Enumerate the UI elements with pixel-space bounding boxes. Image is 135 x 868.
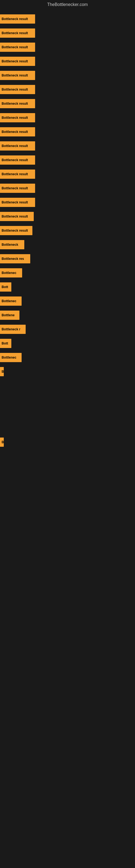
bar-label: Bottlenec xyxy=(2,299,16,303)
bar-row: Bottleneck xyxy=(0,238,135,252)
bar-label: Bottleneck result xyxy=(2,172,28,176)
bar-row: Bottleneck result xyxy=(0,209,135,223)
bar-row: Bottleneck result xyxy=(0,83,135,97)
bar-label: Bottleneck result xyxy=(2,215,28,218)
bottleneck-bar[interactable]: Bottlene xyxy=(0,311,19,320)
bar-row: Bottlenec xyxy=(0,294,135,308)
bar-row xyxy=(0,548,135,562)
bar-label: Bottleneck result xyxy=(2,200,28,204)
bar-label: Bottleneck result xyxy=(2,17,28,21)
bars-container: Bottleneck resultBottleneck resultBottle… xyxy=(0,9,135,576)
bar-label: Bottleneck result xyxy=(2,31,28,35)
bar-label: Bottlenec xyxy=(2,355,16,360)
bar-row: Bott xyxy=(0,336,135,350)
bar-row: B xyxy=(0,435,135,449)
site-title: TheBottlenecker.com xyxy=(0,0,135,9)
bar-row: Bottleneck result xyxy=(0,153,135,167)
bottleneck-bar[interactable]: Bottleneck result xyxy=(0,57,35,66)
bar-row: Bottleneck result xyxy=(0,26,135,40)
bar-row xyxy=(0,407,135,421)
bar-row: Bottleneck result xyxy=(0,195,135,209)
bar-label: Bottleneck result xyxy=(2,45,28,49)
bottleneck-bar[interactable]: Bottleneck result xyxy=(0,226,32,235)
bar-label: Bottlenec xyxy=(2,271,16,275)
bar-label: Bottleneck res xyxy=(2,257,24,261)
bar-row: Bottleneck r xyxy=(0,322,135,336)
bottleneck-bar[interactable]: Bottleneck result xyxy=(0,198,35,207)
bar-row: Bott xyxy=(0,280,135,294)
bottleneck-bar[interactable]: B xyxy=(0,437,4,447)
bar-label: Bottleneck result xyxy=(2,59,28,63)
bar-label: Bottleneck result xyxy=(2,116,28,120)
bar-row xyxy=(0,393,135,407)
bottleneck-bar[interactable]: Bottleneck result xyxy=(0,42,35,52)
bottleneck-bar[interactable]: Bottlenec xyxy=(0,353,21,362)
bar-label: Bottleneck result xyxy=(2,186,28,190)
bar-row: Bottlenec xyxy=(0,350,135,365)
bar-label: Bottleneck result xyxy=(2,229,28,232)
bar-label: Bott xyxy=(2,285,8,289)
bottleneck-bar[interactable]: Bottleneck res xyxy=(0,254,30,264)
bar-row xyxy=(0,562,135,576)
bottleneck-bar[interactable]: Bott xyxy=(0,282,11,291)
bottleneck-bar[interactable]: Bottlenec xyxy=(0,297,21,306)
bottleneck-bar[interactable]: Bottleneck result xyxy=(0,71,35,80)
bottleneck-bar[interactable]: Bottleneck result xyxy=(0,85,35,94)
bar-row: Bottleneck result xyxy=(0,54,135,68)
bar-row xyxy=(0,449,135,463)
bar-row: Bottleneck result xyxy=(0,125,135,139)
bar-row: Bottleneck res xyxy=(0,252,135,266)
bottleneck-bar[interactable]: Bottlenec xyxy=(0,268,22,278)
bar-row: Bottlene xyxy=(0,308,135,322)
bar-label: Bottleneck result xyxy=(2,73,28,77)
bottleneck-bar[interactable]: Bottleneck result xyxy=(0,99,35,108)
bottleneck-bar[interactable]: Bottleneck result xyxy=(0,14,35,24)
bar-row: Bottleneck result xyxy=(0,181,135,195)
bar-row: Bottleneck result xyxy=(0,68,135,83)
bottleneck-bar[interactable]: Bott xyxy=(0,339,11,348)
bar-row: Bottlenec xyxy=(0,266,135,280)
bottleneck-bar[interactable]: Bottleneck result xyxy=(0,127,35,136)
bottleneck-bar[interactable]: Bottleneck result xyxy=(0,212,34,221)
bar-label: Bottleneck result xyxy=(2,102,28,105)
bar-row xyxy=(0,520,135,534)
bar-row xyxy=(0,463,135,477)
bar-row: Bottleneck result xyxy=(0,167,135,181)
bar-row xyxy=(0,506,135,520)
bar-label: B xyxy=(2,440,4,444)
bar-label: Bottleneck result xyxy=(2,144,28,148)
bar-label: Bottleneck r xyxy=(2,328,20,331)
bar-row: Bottleneck result xyxy=(0,223,135,238)
bottleneck-bar[interactable]: Bottleneck result xyxy=(0,184,35,193)
bottleneck-bar[interactable]: Bottleneck result xyxy=(0,169,35,179)
bar-label: Bottleneck xyxy=(2,243,18,247)
bottleneck-bar[interactable]: Bottleneck xyxy=(0,240,24,249)
bar-row xyxy=(0,421,135,435)
bottleneck-bar[interactable]: Bottleneck result xyxy=(0,141,35,151)
bar-row: Bottleneck result xyxy=(0,40,135,54)
bottleneck-bar[interactable]: Bottleneck result xyxy=(0,113,35,122)
bar-row xyxy=(0,477,135,492)
bar-row xyxy=(0,379,135,393)
bar-row: Bottleneck result xyxy=(0,139,135,153)
bottleneck-bar[interactable]: Bottleneck result xyxy=(0,29,35,38)
bar-label: Bottleneck result xyxy=(2,88,28,91)
bar-row xyxy=(0,492,135,506)
bar-row xyxy=(0,534,135,548)
bar-label: Bott xyxy=(2,341,8,345)
bar-label: Bottleneck result xyxy=(2,130,28,134)
bottleneck-bar[interactable]: Bottleneck r xyxy=(0,325,26,334)
bar-row: B xyxy=(0,365,135,379)
bar-label: B xyxy=(2,370,4,373)
bottleneck-bar[interactable]: Bottleneck result xyxy=(0,155,35,165)
bar-row: Bottleneck result xyxy=(0,111,135,125)
bar-label: Bottlene xyxy=(2,313,14,317)
bottleneck-bar[interactable]: B xyxy=(0,367,4,376)
bar-label: Bottleneck result xyxy=(2,158,28,162)
bar-row: Bottleneck result xyxy=(0,12,135,26)
bar-row: Bottleneck result xyxy=(0,97,135,111)
